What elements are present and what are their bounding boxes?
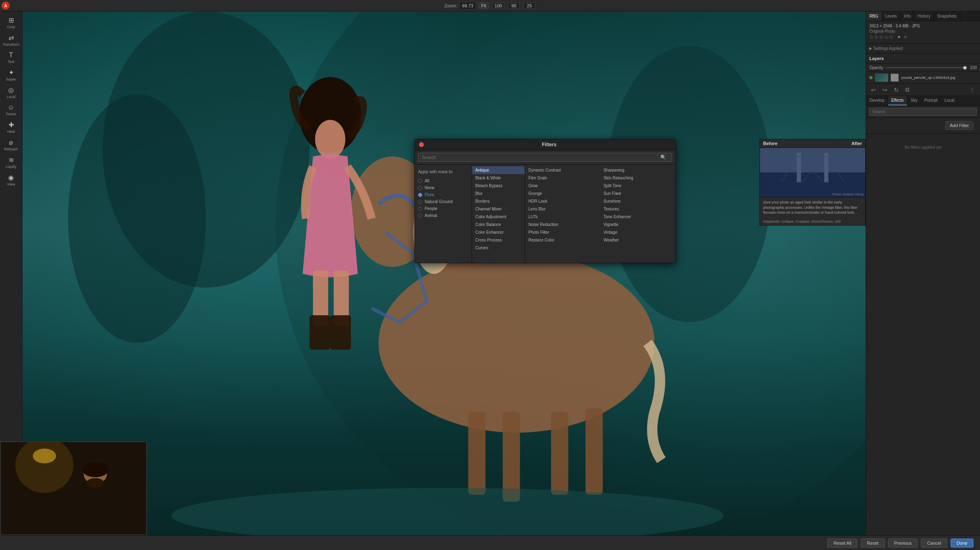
- filter-weather[interactable]: Weather: [600, 236, 675, 244]
- done-button[interactable]: Done: [951, 539, 973, 548]
- cancel-button[interactable]: Cancel: [921, 539, 947, 548]
- tool-faces[interactable]: ☺ Faces: [1, 102, 21, 118]
- tool-heal[interactable]: ✚ Heal: [1, 119, 21, 135]
- filter-grunge[interactable]: Grunge: [525, 190, 600, 197]
- svg-point-3: [68, 94, 206, 343]
- fit-button[interactable]: Fit: [478, 2, 489, 9]
- filter-sunshine[interactable]: Sunshine: [600, 197, 675, 205]
- previous-button[interactable]: Previous: [888, 539, 918, 548]
- layer-action-forward[interactable]: ↪: [881, 86, 889, 94]
- filters-search-input[interactable]: [418, 153, 672, 162]
- mode-tab-effects[interactable]: Effects: [888, 96, 907, 105]
- radio-natural-ground-label: Natural Ground: [425, 199, 452, 204]
- radio-none-label: None: [425, 186, 434, 190]
- category-color-adjustment[interactable]: Color Adjustment: [472, 213, 525, 221]
- search-icon: 🔍: [660, 154, 666, 160]
- panel-search-input[interactable]: [869, 108, 977, 116]
- category-blur[interactable]: Blur: [472, 190, 525, 197]
- tool-text[interactable]: T Text: [1, 50, 21, 65]
- radio-natural-ground[interactable]: Natural Ground: [415, 198, 472, 205]
- filter-dynamic-contrast[interactable]: Dynamic Contrast: [525, 166, 600, 174]
- opacity-label: Opacity: [869, 65, 883, 70]
- radio-animal[interactable]: Animal: [415, 212, 472, 219]
- category-bleach-bypass[interactable]: Bleach Bypass: [472, 182, 525, 190]
- opacity-slider[interactable]: [886, 67, 967, 68]
- apply-mask-label: Apply with mask to:: [415, 168, 472, 177]
- radio-flora[interactable]: Flora: [415, 191, 472, 198]
- tab-info[interactable]: Info: [901, 11, 915, 21]
- tool-super[interactable]: ✦ Super: [1, 67, 21, 83]
- tool-liquify[interactable]: ≋ Liquify: [1, 154, 21, 170]
- filters-body: Apply with mask to: All None Flora Natur…: [415, 165, 675, 263]
- filter-split-tone[interactable]: Split Tone: [600, 182, 675, 190]
- svg-point-19: [172, 488, 724, 543]
- flag-icon[interactable]: ⚑: [897, 35, 901, 40]
- layer-mask-thumbnail: [891, 74, 899, 82]
- filter-noise-reduction[interactable]: Noise Reduction: [525, 221, 600, 228]
- local-icon: ◎: [8, 86, 14, 94]
- tool-transform[interactable]: ⇄ Transform: [1, 32, 21, 48]
- layer-action-copy[interactable]: ⧉: [904, 85, 911, 94]
- filter-replace-color[interactable]: Replace Color: [525, 236, 600, 244]
- category-curves[interactable]: Curves: [472, 244, 525, 252]
- category-color-balance[interactable]: Color Balance: [472, 221, 525, 228]
- filter-photo-filter[interactable]: Photo Filter: [525, 228, 600, 236]
- filter-film-grain[interactable]: Film Grain: [525, 174, 600, 182]
- settings-applied[interactable]: Settings Applied: [866, 44, 980, 54]
- layer-visibility-dot[interactable]: [869, 76, 873, 79]
- mode-tab-sky[interactable]: Sky: [907, 96, 921, 105]
- filters-close-button[interactable]: [419, 142, 424, 147]
- tab-levels[interactable]: Levels: [882, 11, 901, 21]
- category-borders[interactable]: Borders: [472, 197, 525, 205]
- tab-snapshots[interactable]: Snapshots: [934, 11, 960, 21]
- filter-sun-flare[interactable]: Sun Flare: [600, 190, 675, 197]
- filter-lens-blur[interactable]: Lens Blur: [525, 205, 600, 213]
- filters-category-list: Antique Black & White Bleach Bypass Blur…: [472, 165, 525, 263]
- radio-people[interactable]: People: [415, 205, 472, 212]
- tool-retouch[interactable]: ⌀ Retouch: [1, 137, 21, 153]
- svg-rect-10: [503, 412, 520, 502]
- category-cross-process[interactable]: Cross Process: [472, 236, 525, 244]
- mode-tab-portrait[interactable]: Portrait: [921, 96, 941, 105]
- layer-action-back[interactable]: ↩: [869, 86, 878, 94]
- category-color-enhancer[interactable]: Color Enhancer: [472, 228, 525, 236]
- layer-item[interactable]: younie_pencile_up-13060418.jpg: [866, 72, 980, 84]
- radio-none[interactable]: None: [415, 184, 472, 191]
- filter-hdr-look[interactable]: HDR Look: [525, 197, 600, 205]
- close-icon[interactable]: ×: [904, 34, 907, 40]
- layer-actions: ↩ ↪ ↻ ⧉ ⋮: [866, 84, 980, 96]
- tool-crop[interactable]: ⊞ Crop: [1, 15, 21, 31]
- filter-glow[interactable]: Glow: [525, 182, 600, 190]
- view-icon: ◉: [8, 174, 14, 181]
- tab-history[interactable]: History: [914, 11, 934, 21]
- layer-action-more[interactable]: ⋮: [968, 86, 977, 94]
- tab-rgb[interactable]: RBG: [866, 11, 882, 21]
- opacity-handle[interactable]: [963, 66, 967, 69]
- mode-tab-develop[interactable]: Develop: [866, 96, 888, 105]
- category-channel-mixer[interactable]: Channel Mixer: [472, 205, 525, 213]
- tool-view[interactable]: ◉ View: [1, 172, 21, 188]
- filter-sharpening[interactable]: Sharpening: [600, 166, 675, 174]
- add-filter-row: Add Filter: [866, 118, 980, 134]
- reset-all-button[interactable]: Reset All: [827, 539, 857, 548]
- reset-button[interactable]: Reset: [861, 539, 885, 548]
- radio-none-circle: [418, 186, 422, 190]
- filter-textures[interactable]: Textures: [600, 205, 675, 213]
- filter-tone-enhancer[interactable]: Tone Enhancer: [600, 213, 675, 221]
- filter-luts[interactable]: LUTs: [525, 213, 600, 221]
- category-antique[interactable]: Antique: [472, 166, 525, 174]
- rating-stars[interactable]: ☆☆☆☆☆: [869, 34, 894, 40]
- add-filter-button[interactable]: Add Filter: [945, 121, 973, 130]
- filter-vignette[interactable]: Vignette: [600, 221, 675, 228]
- filters-list: Dynamic Contrast Sharpening Film Grain S…: [525, 165, 675, 263]
- tool-local[interactable]: ◎ Local: [1, 85, 21, 101]
- filter-vintage[interactable]: Vintage: [600, 228, 675, 236]
- filter-skin-retouching[interactable]: Skin Retouching: [600, 174, 675, 182]
- mode-tab-local[interactable]: Local: [941, 96, 958, 105]
- category-black-white[interactable]: Black & White: [472, 174, 525, 182]
- layer-action-refresh[interactable]: ↻: [892, 86, 900, 94]
- super-icon: ✦: [9, 69, 14, 76]
- preview-caption: Photo: Hudson Henry: [833, 192, 864, 196]
- radio-all[interactable]: All: [415, 177, 472, 184]
- radio-animal-label: Animal: [425, 213, 437, 218]
